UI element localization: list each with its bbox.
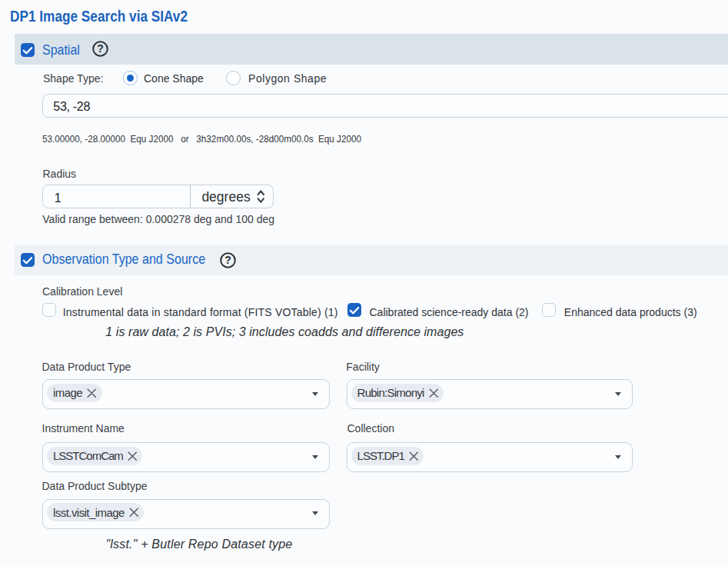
svg-text:?: ? (224, 254, 231, 266)
svg-text:?: ? (98, 43, 105, 55)
